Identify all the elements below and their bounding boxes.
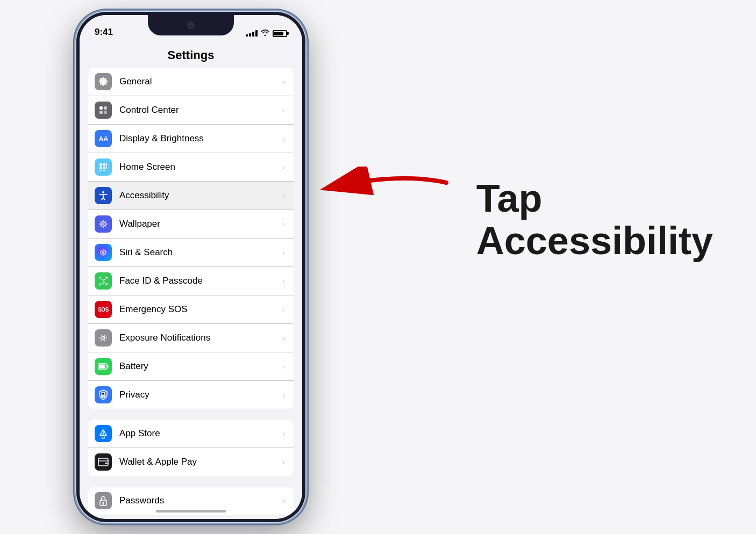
instruction-text: Tap Accessibility	[476, 177, 713, 262]
exposure-label: Exposure Notifications	[119, 333, 278, 343]
control-center-icon	[95, 102, 112, 119]
status-time: 9:41	[95, 27, 113, 38]
wallpaper-chevron: ›	[282, 220, 285, 228]
home-screen-label: Home Screen	[119, 162, 278, 172]
settings-content: Settings General	[80, 42, 302, 519]
battery-icon	[273, 30, 287, 37]
svg-point-29	[99, 337, 101, 338]
settings-row-exposure[interactable]: Exposure Notifications ›	[88, 324, 294, 352]
wifi-icon	[261, 29, 269, 38]
sos-icon: SOS	[95, 301, 112, 318]
svg-rect-1	[99, 106, 103, 110]
signal-icon	[246, 30, 258, 37]
phone-screen: 9:41	[80, 15, 302, 519]
settings-row-accessibility[interactable]: Accessibility ›	[88, 182, 294, 210]
svg-rect-44	[98, 460, 108, 461]
status-icons	[246, 29, 287, 38]
privacy-icon	[95, 386, 112, 403]
phone-mockup: 9:41	[75, 11, 306, 523]
settings-row-appstore[interactable]: App Store ›	[88, 420, 294, 448]
settings-row-wallet[interactable]: Wallet & Apple Pay ›	[88, 448, 294, 476]
svg-rect-12	[103, 170, 105, 171]
arrow-annotation	[312, 167, 452, 212]
settings-row-battery[interactable]: Battery ›	[88, 352, 294, 381]
display-label: Display & Brightness	[119, 133, 278, 144]
accessibility-chevron: ›	[282, 191, 285, 200]
display-icon: AA	[95, 130, 112, 147]
general-label: General	[119, 76, 278, 87]
general-chevron: ›	[282, 77, 285, 86]
appstore-chevron: ›	[282, 429, 285, 438]
settings-row-siri[interactable]: Siri & Search ›	[88, 239, 294, 267]
settings-row-home-screen[interactable]: Home Screen ›	[88, 153, 294, 182]
settings-row-privacy[interactable]: Privacy ›	[88, 381, 294, 409]
svg-line-23	[101, 226, 102, 227]
settings-title: Settings	[80, 42, 302, 68]
faceid-icon	[95, 272, 112, 290]
settings-row-general[interactable]: General ›	[88, 68, 294, 96]
appstore-label: App Store	[119, 428, 278, 439]
settings-row-wallpaper[interactable]: Wallpaper ›	[88, 210, 294, 239]
svg-point-34	[104, 340, 105, 341]
svg-point-15	[103, 223, 104, 225]
phone-notch	[148, 15, 234, 35]
svg-line-22	[105, 222, 106, 223]
settings-row-faceid[interactable]: Face ID & Passcode ›	[88, 267, 294, 295]
svg-rect-10	[106, 167, 107, 169]
siri-label: Siri & Search	[119, 247, 278, 258]
svg-rect-4	[104, 111, 107, 114]
wallet-icon	[95, 453, 112, 471]
privacy-label: Privacy	[119, 389, 278, 400]
settings-section-system: General ›	[88, 68, 294, 409]
svg-point-33	[101, 340, 102, 341]
svg-rect-9	[103, 167, 105, 169]
svg-rect-7	[106, 163, 107, 166]
settings-list: General ›	[80, 68, 302, 518]
svg-rect-2	[104, 106, 107, 110]
svg-rect-11	[99, 170, 102, 171]
svg-point-32	[104, 335, 105, 336]
svg-rect-3	[99, 111, 103, 114]
svg-line-21	[105, 226, 106, 227]
accessibility-label: Accessibility	[119, 190, 278, 201]
wallet-chevron: ›	[282, 458, 285, 466]
settings-row-display[interactable]: AA Display & Brightness ›	[88, 125, 294, 153]
passwords-chevron: ›	[282, 496, 285, 505]
battery-chevron: ›	[282, 362, 285, 371]
passwords-icon	[95, 492, 112, 509]
svg-point-31	[101, 335, 102, 336]
wallet-label: Wallet & Apple Pay	[119, 457, 278, 467]
home-indicator	[156, 510, 226, 513]
settings-row-sos[interactable]: SOS Emergency SOS ›	[88, 295, 294, 324]
faceid-chevron: ›	[282, 277, 285, 285]
svg-line-20	[101, 222, 102, 223]
settings-section-apps: App Store ›	[88, 420, 294, 476]
svg-rect-45	[105, 463, 108, 464]
instruction-line2: Accessibility	[476, 220, 713, 262]
instruction-line1: Tap	[476, 177, 713, 220]
sos-chevron: ›	[282, 305, 285, 314]
svg-point-25	[102, 251, 105, 255]
passwords-label: Passwords	[119, 495, 278, 506]
display-chevron: ›	[282, 134, 285, 143]
svg-point-39	[103, 395, 104, 396]
sos-label: Emergency SOS	[119, 304, 278, 315]
settings-row-control-center[interactable]: Control Center ›	[88, 96, 294, 125]
control-center-chevron: ›	[282, 106, 285, 114]
svg-rect-36	[99, 365, 105, 369]
front-camera	[187, 21, 195, 29]
arrow-svg	[312, 167, 452, 210]
wallpaper-label: Wallpaper	[119, 219, 278, 229]
svg-rect-8	[99, 167, 102, 169]
battery-label: Battery	[119, 361, 278, 372]
phone-body: 9:41	[75, 11, 306, 523]
control-center-label: Control Center	[119, 105, 278, 116]
svg-point-28	[103, 337, 104, 338]
general-icon	[95, 73, 112, 90]
svg-rect-37	[108, 365, 109, 367]
battery-settings-icon	[95, 358, 112, 375]
svg-point-13	[102, 191, 104, 193]
privacy-chevron: ›	[282, 391, 285, 399]
svg-rect-6	[103, 163, 105, 166]
siri-chevron: ›	[282, 248, 285, 257]
